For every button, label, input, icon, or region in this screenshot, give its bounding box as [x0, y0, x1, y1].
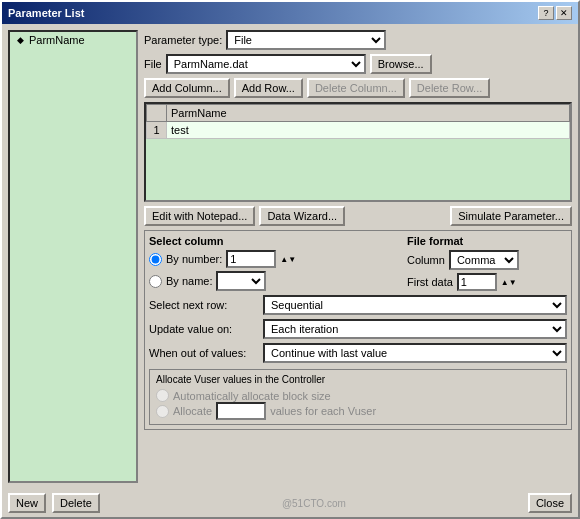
spin-up-icon[interactable]: ▲▼ [280, 255, 296, 264]
select-next-row-label: Select next row: [149, 299, 259, 311]
first-data-input[interactable]: 1 [457, 273, 497, 291]
row-num: 1 [147, 122, 167, 139]
allocate-radio[interactable] [156, 405, 169, 418]
table-toolbar: Add Column... Add Row... Delete Column..… [144, 78, 572, 98]
column-format-row: Column Comma [407, 250, 567, 270]
browse-button[interactable]: Browse... [370, 54, 432, 74]
select-column-label: Select column [149, 235, 399, 247]
by-name-select[interactable] [216, 271, 266, 291]
add-column-button[interactable]: Add Column... [144, 78, 230, 98]
file-label: File [144, 58, 162, 70]
auto-allocate-radio[interactable] [156, 389, 169, 402]
col-parmname-header: ParmName [167, 105, 570, 122]
first-data-label: First data [407, 276, 453, 288]
watermark: @51CTO.com [282, 498, 346, 509]
by-name-label: By name: [166, 275, 212, 287]
close-title-button[interactable]: ✕ [556, 6, 572, 20]
by-number-label: By number: [166, 253, 222, 265]
allocate-suffix: values for each Vuser [270, 405, 376, 417]
allocate-group-title: Allocate Vuser values in the Controller [156, 374, 560, 385]
auto-allocate-label: Automatically allocate block size [173, 390, 331, 402]
when-out-label: When out of values: [149, 347, 259, 359]
title-bar: Parameter List ? ✕ [2, 2, 578, 24]
auto-allocate-row: Automatically allocate block size [156, 389, 560, 402]
add-row-button[interactable]: Add Row... [234, 78, 303, 98]
column-format-select[interactable]: Comma [449, 250, 519, 270]
by-name-radio[interactable] [149, 275, 162, 288]
data-table-area: ParmName 1 test [144, 102, 572, 202]
first-data-spin-icon[interactable]: ▲▼ [501, 278, 517, 287]
first-data-row: First data 1 ▲▼ [407, 273, 567, 291]
update-value-row: Update value on: Each iteration [149, 319, 567, 339]
tree-item-icon: ◆ [14, 34, 26, 46]
bottom-left-buttons: New Delete [8, 493, 100, 513]
by-number-radio[interactable] [149, 253, 162, 266]
tree-item-label: ParmName [29, 34, 85, 46]
update-value-label: Update value on: [149, 323, 259, 335]
select-column-section: Select column By number: 1 ▲▼ By name: [149, 235, 399, 291]
param-type-select[interactable]: File [226, 30, 386, 50]
file-path-select[interactable]: ParmName.dat [166, 54, 366, 74]
tree-item-parmname[interactable]: ◆ ParmName [10, 32, 136, 48]
by-number-row: By number: 1 ▲▼ [149, 250, 399, 268]
row-parmname[interactable]: test [167, 122, 570, 139]
right-panel: Parameter type: File File ParmName.dat B… [144, 30, 572, 483]
param-type-row: Parameter type: File [144, 30, 572, 50]
col-num-header [147, 105, 167, 122]
table-row: 1 test [147, 122, 570, 139]
param-type-label: Parameter type: [144, 34, 222, 46]
update-value-select[interactable]: Each iteration [263, 319, 567, 339]
data-wizard-button[interactable]: Data Wizard... [259, 206, 345, 226]
bottom-section: Select column By number: 1 ▲▼ By name: [144, 230, 572, 430]
allocate-row: Allocate values for each Vuser [156, 402, 560, 420]
parameter-list-dialog: Parameter List ? ✕ ◆ ParmName Parameter … [0, 0, 580, 519]
file-format-section: File format Column Comma First data 1 ▲▼ [407, 235, 567, 291]
when-out-select[interactable]: Continue with last value [263, 343, 567, 363]
select-next-row-row: Select next row: Sequential [149, 295, 567, 315]
allocate-label: Allocate [173, 405, 212, 417]
two-col-layout: Select column By number: 1 ▲▼ By name: [149, 235, 567, 291]
title-bar-buttons: ? ✕ [538, 6, 572, 20]
help-button[interactable]: ? [538, 6, 554, 20]
left-panel: ◆ ParmName [8, 30, 138, 483]
new-button[interactable]: New [8, 493, 46, 513]
allocate-input[interactable] [216, 402, 266, 420]
bottom-buttons-bar: New Delete @51CTO.com Close [2, 489, 578, 517]
by-number-input[interactable]: 1 [226, 250, 276, 268]
edit-notepad-button[interactable]: Edit with Notepad... [144, 206, 255, 226]
action-buttons-row: Edit with Notepad... Data Wizard... Simu… [144, 206, 572, 226]
allocate-group: Allocate Vuser values in the Controller … [149, 369, 567, 425]
column-format-label: Column [407, 254, 445, 266]
when-out-row: When out of values: Continue with last v… [149, 343, 567, 363]
data-table: ParmName 1 test [146, 104, 570, 139]
file-row: File ParmName.dat Browse... [144, 54, 572, 74]
delete-column-button[interactable]: Delete Column... [307, 78, 405, 98]
select-next-row-select[interactable]: Sequential [263, 295, 567, 315]
close-button[interactable]: Close [528, 493, 572, 513]
file-format-label: File format [407, 235, 567, 247]
simulate-button[interactable]: Simulate Parameter... [450, 206, 572, 226]
dialog-content: ◆ ParmName Parameter type: File File Par… [2, 24, 578, 489]
dialog-title: Parameter List [8, 7, 84, 19]
delete-row-button[interactable]: Delete Row... [409, 78, 490, 98]
delete-button[interactable]: Delete [52, 493, 100, 513]
by-name-row: By name: [149, 271, 399, 291]
